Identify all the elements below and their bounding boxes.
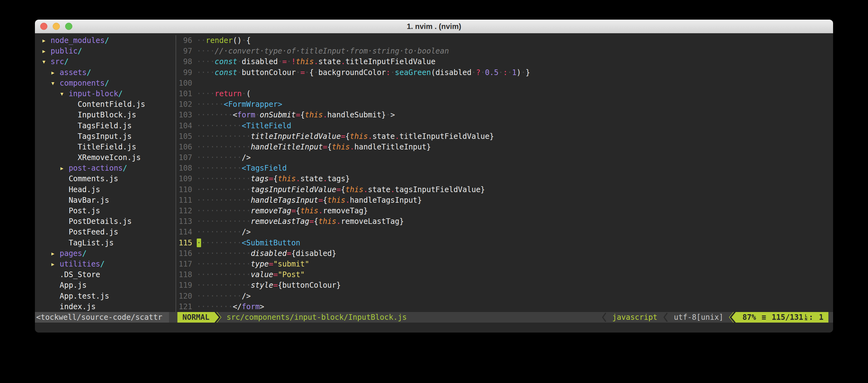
tree-dir-src[interactable]: ▾ src/ (37, 56, 176, 67)
dir-name: node_modules (51, 36, 104, 45)
tree-file-InputBlock.js[interactable]: InputBlock.js (37, 110, 176, 120)
line-number: 100 (179, 78, 192, 89)
code-line-116[interactable]: 116············disabled={disabled} (179, 248, 833, 259)
code-line-113[interactable]: 113············removeLastTag={this.remov… (179, 216, 833, 227)
line-number-icon: LN (805, 314, 807, 321)
code-line-107[interactable]: 107··········/> (179, 152, 833, 163)
line-number: 109 (179, 173, 192, 184)
statusline: NORMAL src/components/input-block/InputB… (169, 312, 833, 323)
file-name: index.js (51, 302, 96, 311)
tree-dir-input-block[interactable]: ▾ input-block/ (37, 89, 176, 99)
line-number: 116 (179, 248, 192, 259)
file-name: Comments.js (60, 174, 118, 183)
line-number: 115 (179, 238, 192, 248)
code-line-114[interactable]: 114··········/> (179, 227, 833, 237)
line-number: 99 (179, 67, 192, 78)
code-line-103[interactable]: 103········<form·onSubmit={this.handleSu… (179, 110, 833, 120)
tree-file-.DS_Store[interactable]: .DS_Store (37, 269, 176, 280)
code-line-118[interactable]: 118············value="Post" (179, 269, 833, 280)
code-line-102[interactable]: 102······<FormWrapper> (179, 99, 833, 110)
collapsed-arrow-icon: ▸ (41, 36, 51, 45)
file-name: App.test.js (51, 292, 109, 301)
code-line-120[interactable]: 120··········/> (179, 291, 833, 302)
dir-name: components (60, 79, 105, 88)
code-line-100[interactable]: 100 (179, 78, 833, 89)
line-number: 114 (179, 227, 192, 237)
dir-slash: / (87, 68, 91, 77)
file-name: App.js (51, 281, 87, 289)
collapsed-arrow-icon: ▸ (51, 260, 60, 269)
file-name: InputBlock.js (69, 110, 136, 119)
dir-slash: / (64, 57, 69, 66)
tree-file-ContentField.js[interactable]: ContentField.js (37, 99, 176, 110)
code-line-106[interactable]: 106············handleTitleInput={this.ha… (179, 142, 833, 152)
code-line-119[interactable]: 119············style={buttonColour} (179, 280, 833, 290)
tree-file-TagsInput.js[interactable]: TagsInput.js (37, 131, 176, 142)
tree-dir-assets[interactable]: ▸ assets/ (37, 67, 176, 78)
line-position: 115/131 (772, 312, 803, 323)
file-name: TagsField.js (69, 121, 131, 130)
dir-slash: / (105, 79, 109, 88)
window-title: 1. nvim . (nvim) (35, 22, 833, 31)
code-line-117[interactable]: 117············type="submit" (179, 259, 833, 269)
tree-file-NavBar.js[interactable]: NavBar.js (37, 195, 176, 206)
code-lines[interactable]: 96··render()·{97····//·convert·type·of·t… (176, 35, 833, 312)
tree-dir-utilities[interactable]: ▸ utilities/ (37, 259, 176, 269)
code-line-105[interactable]: 105············titleInputFieldValue={thi… (179, 131, 833, 142)
tree-file-App.test.js[interactable]: App.test.js (37, 291, 176, 302)
tree-file-PostDetails.js[interactable]: PostDetails.js (37, 216, 176, 227)
command-line[interactable] (35, 323, 833, 332)
block-cursor: · (197, 239, 201, 247)
code-line-112[interactable]: 112············removeTag={this.removeTag… (179, 206, 833, 216)
code-line-110[interactable]: 110············tagsInputFieldValue={this… (179, 184, 833, 195)
line-number: 119 (179, 280, 192, 290)
collapsed-arrow-icon: ▸ (51, 68, 60, 77)
expanded-arrow-icon: ▾ (51, 79, 60, 88)
tree-file-Comments.js[interactable]: Comments.js (37, 173, 176, 184)
code-line-108[interactable]: 108··········<TagsField (179, 163, 833, 173)
tree-file-TitleField.js[interactable]: TitleField.js (37, 142, 176, 152)
status-row: <tockwell/source-code/scattr NORMAL src/… (35, 312, 833, 323)
code-line-99[interactable]: 99····const·buttonColour·=·{·backgroundC… (179, 67, 833, 78)
code-line-121[interactable]: 121········</form> (179, 302, 833, 312)
tree-dir-public[interactable]: ▸ public/ (37, 46, 176, 56)
file-name: Head.js (60, 185, 100, 194)
line-number: 120 (179, 291, 192, 302)
line-number: 96 (179, 35, 192, 46)
tree-file-Head.js[interactable]: Head.js (37, 184, 176, 195)
encoding-indicator: utf-8[unix] (674, 312, 723, 323)
file-name: TitleField.js (69, 143, 136, 151)
chevron-left-icon (662, 312, 670, 323)
tree-file-PostFeed.js[interactable]: PostFeed.js (37, 227, 176, 237)
tree-file-App.js[interactable]: App.js (37, 280, 176, 290)
code-line-104[interactable]: 104··········<TitleField (179, 120, 833, 131)
code-line-115[interactable]: 115··········<SubmitButton (179, 238, 833, 248)
collapsed-arrow-icon: ▸ (51, 249, 60, 258)
code-line-109[interactable]: 109············tags={this.state.tags} (179, 173, 833, 184)
tree-dir-node_modules[interactable]: ▸ node_modules/ (37, 35, 176, 46)
line-number: 108 (179, 163, 192, 173)
tree-file-XRemoveIcon.js[interactable]: XRemoveIcon.js (37, 152, 176, 163)
terminal-window: 1. nvim . (nvim) ▸ node_modules/▸ public… (35, 20, 833, 333)
tree-dir-post-actions[interactable]: ▸ post-actions/ (37, 163, 176, 173)
line-number: 110 (179, 184, 192, 195)
file-name: PostFeed.js (60, 228, 118, 236)
tree-file-TagsField.js[interactable]: TagsField.js (37, 120, 176, 131)
line-number: 113 (179, 216, 192, 227)
code-line-101[interactable]: 101····return·( (179, 89, 833, 99)
tree-file-TagList.js[interactable]: TagList.js (37, 238, 176, 248)
tree-dir-pages[interactable]: ▸ pages/ (37, 248, 176, 259)
code-line-98[interactable]: 98····const·disabled·=·!this.state.title… (179, 56, 833, 67)
line-number: 106 (179, 142, 192, 152)
dir-slash: / (82, 249, 87, 258)
file-tree[interactable]: ▸ node_modules/▸ public/▾ src/▸ assets/▾… (35, 35, 176, 312)
titlebar[interactable]: 1. nvim . (nvim) (35, 20, 833, 33)
code-line-97[interactable]: 97····//·convert·type·of·titleInput·from… (179, 46, 833, 56)
tree-dir-components[interactable]: ▾ components/ (37, 78, 176, 89)
file-name: NavBar.js (60, 196, 109, 205)
tree-file-index.js[interactable]: index.js (37, 302, 176, 312)
code-line-111[interactable]: 111············handleTagsInput={this.han… (179, 195, 833, 206)
dir-name: input-block (69, 90, 118, 98)
tree-file-Post.js[interactable]: Post.js (37, 206, 176, 216)
code-line-96[interactable]: 96··render()·{ (179, 35, 833, 46)
